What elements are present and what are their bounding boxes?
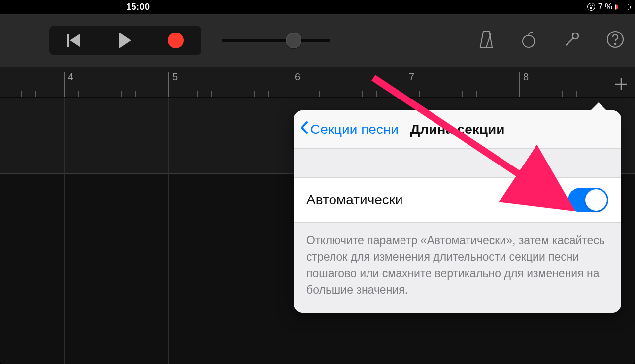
timeline-ruler[interactable]: 4 5 6 7 8 bbox=[0, 67, 635, 98]
play-button[interactable] bbox=[100, 26, 151, 55]
scrubber-knob[interactable] bbox=[286, 33, 301, 48]
transport-controls bbox=[49, 26, 201, 55]
popover-description: Отключите параметр «Автоматически», зате… bbox=[294, 223, 621, 313]
add-section-button[interactable] bbox=[611, 74, 631, 94]
loop-icon[interactable] bbox=[519, 30, 538, 51]
auto-row: Автоматически bbox=[294, 177, 621, 223]
status-bar: 15:00 7 % bbox=[0, 0, 635, 14]
back-label: Секции песни bbox=[310, 122, 399, 137]
back-button[interactable]: Секции песни bbox=[298, 120, 399, 138]
scrubber[interactable] bbox=[222, 35, 330, 45]
ruler-number: 4 bbox=[68, 71, 73, 83]
status-right: 7 % bbox=[587, 2, 629, 12]
section-length-popover: Секции песни Длина секции Автоматически … bbox=[294, 110, 621, 313]
chevron-left-icon bbox=[300, 120, 309, 138]
scrubber-track bbox=[222, 39, 330, 42]
rewind-button[interactable] bbox=[49, 26, 100, 55]
popover-title: Длина секции bbox=[410, 122, 504, 137]
ruler-number: 6 bbox=[295, 71, 300, 83]
popover-header: Секции песни Длина секции bbox=[294, 110, 621, 149]
play-icon bbox=[119, 33, 131, 48]
ruler-number: 7 bbox=[409, 71, 414, 83]
battery-percent: 7 % bbox=[598, 2, 612, 12]
orientation-lock-icon bbox=[587, 3, 595, 11]
auto-toggle[interactable] bbox=[568, 188, 608, 212]
status-time: 15:00 bbox=[126, 2, 150, 12]
svg-point-4 bbox=[615, 43, 616, 44]
battery-icon bbox=[615, 4, 629, 10]
svg-point-1 bbox=[523, 35, 535, 47]
help-icon[interactable] bbox=[605, 30, 625, 51]
toggle-knob bbox=[585, 189, 607, 211]
record-button[interactable] bbox=[150, 26, 201, 55]
settings-icon[interactable] bbox=[562, 30, 582, 51]
toolbar bbox=[0, 14, 635, 67]
auto-label: Автоматически bbox=[306, 192, 403, 208]
record-icon bbox=[168, 33, 184, 48]
skip-back-icon bbox=[67, 33, 82, 48]
ruler-number: 5 bbox=[172, 71, 178, 83]
metronome-icon[interactable] bbox=[477, 30, 495, 51]
ruler-number: 8 bbox=[523, 71, 529, 83]
app-frame: 15:00 7 % bbox=[0, 0, 635, 364]
ruler-ticks bbox=[0, 82, 635, 97]
